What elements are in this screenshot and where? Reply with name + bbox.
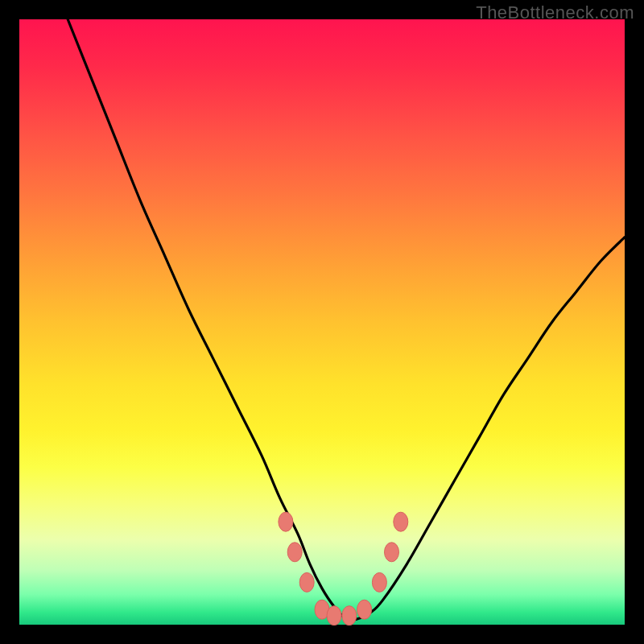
curve-marker xyxy=(357,600,372,619)
curve-marker xyxy=(279,512,293,531)
curve-marker xyxy=(394,512,408,531)
curve-marker xyxy=(327,606,341,625)
bottleneck-curve xyxy=(19,19,625,625)
curve-marker xyxy=(385,543,399,562)
curve-marker xyxy=(342,606,357,625)
chart-frame: TheBottleneck.com xyxy=(0,0,644,644)
watermark-text: TheBottleneck.com xyxy=(476,2,634,23)
curve-marker xyxy=(299,572,314,592)
chart-plot-area xyxy=(19,19,625,625)
curve-marker xyxy=(287,543,302,562)
curve-marker xyxy=(372,572,386,592)
